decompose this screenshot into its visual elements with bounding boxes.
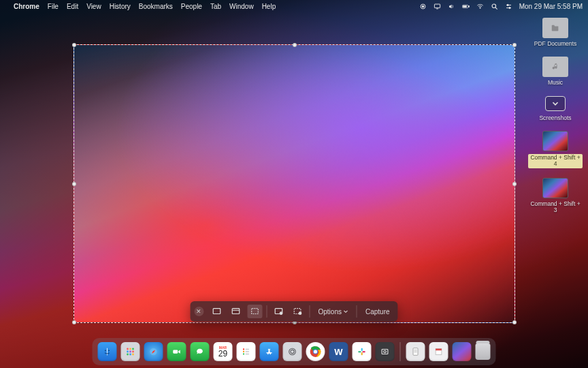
- record-icon[interactable]: [419, 3, 427, 10]
- dock-recent-image[interactable]: [453, 342, 472, 361]
- dock-app-slack[interactable]: [353, 342, 372, 361]
- folder-icon: [542, 57, 568, 77]
- menu-view[interactable]: View: [86, 3, 101, 10]
- dock-app-launchpad[interactable]: [121, 342, 140, 361]
- svg-point-40: [243, 353, 244, 354]
- resize-handle-mr[interactable]: [512, 182, 517, 186]
- control-center-icon[interactable]: [505, 3, 512, 10]
- svg-rect-36: [173, 350, 178, 353]
- menu-tab[interactable]: Tab: [210, 3, 221, 10]
- trash-icon: [476, 343, 491, 360]
- toolbar-separator: [266, 305, 267, 318]
- capture-entire-screen-button[interactable]: [209, 305, 224, 318]
- capture-window-button[interactable]: [228, 305, 243, 318]
- dock-recent-document[interactable]: [406, 342, 425, 361]
- svg-point-31: [127, 354, 129, 356]
- record-entire-screen-button[interactable]: [271, 305, 286, 318]
- svg-marker-37: [178, 350, 180, 353]
- screenshot-toolbar: ✕ Options Capture: [190, 301, 397, 322]
- svg-line-9: [495, 7, 497, 9]
- battery-icon[interactable]: [462, 3, 470, 10]
- dock-app-finder[interactable]: [98, 342, 117, 361]
- menu-people[interactable]: People: [181, 3, 202, 10]
- resize-handle-tl[interactable]: [72, 43, 76, 47]
- svg-point-48: [289, 348, 296, 355]
- file-label: Command + Shift + 4: [528, 154, 583, 168]
- svg-point-23: [105, 350, 106, 351]
- stack-label: Screenshots: [539, 115, 571, 121]
- svg-point-25: [127, 348, 129, 350]
- menu-window[interactable]: Window: [229, 3, 254, 10]
- resize-handle-bl[interactable]: [72, 320, 76, 324]
- record-selection-button[interactable]: [290, 305, 305, 318]
- dock-app-screenshot[interactable]: [376, 342, 395, 361]
- svg-rect-52: [361, 348, 363, 351]
- search-icon[interactable]: [491, 3, 498, 10]
- dock-app-facetime[interactable]: [167, 342, 186, 361]
- dock-app-word[interactable]: W: [329, 342, 348, 361]
- capture-label: Capture: [365, 308, 390, 316]
- svg-rect-6: [463, 5, 466, 7]
- svg-point-28: [127, 351, 129, 353]
- dock-app-settings[interactable]: [283, 342, 302, 361]
- stack-screenshots[interactable]: Screenshots: [528, 96, 583, 121]
- dock-app-appstore[interactable]: [260, 342, 279, 361]
- svg-rect-53: [358, 351, 361, 352]
- dock-separator: [400, 342, 401, 361]
- folder-pdf-documents[interactable]: PDF Documents: [528, 18, 583, 47]
- menubar-datetime[interactable]: Mon 29 Mar 5:58 PM: [519, 3, 583, 10]
- menu-edit[interactable]: Edit: [67, 3, 78, 10]
- svg-point-19: [280, 312, 282, 315]
- menu-file[interactable]: File: [48, 3, 59, 10]
- svg-point-1: [422, 5, 424, 7]
- svg-point-7: [479, 7, 480, 7]
- dock-app-chrome[interactable]: [306, 342, 325, 361]
- capture-selection-button[interactable]: [247, 305, 262, 318]
- chevron-down-icon: [545, 96, 566, 111]
- resize-handle-tr[interactable]: [512, 43, 517, 47]
- capture-selection[interactable]: [74, 44, 515, 323]
- display-icon[interactable]: [434, 3, 441, 10]
- svg-rect-5: [468, 5, 469, 7]
- svg-point-21: [299, 312, 301, 315]
- file-screenshot-cmd-shift-3[interactable]: Command + Shift + 3: [528, 178, 583, 214]
- capture-button[interactable]: Capture: [361, 308, 394, 316]
- dock-app-calendar[interactable]: MAR 29: [214, 342, 233, 361]
- desktop-icons: PDF Documents Music Screenshots Command …: [528, 18, 583, 213]
- menu-help[interactable]: Help: [262, 3, 276, 10]
- svg-rect-17: [252, 309, 259, 314]
- dock-recent-note[interactable]: [429, 342, 448, 361]
- folder-music[interactable]: Music: [528, 57, 583, 86]
- svg-point-26: [129, 348, 131, 350]
- options-button[interactable]: Options: [314, 308, 352, 316]
- menu-history[interactable]: History: [110, 3, 131, 10]
- close-button[interactable]: ✕: [194, 307, 203, 316]
- svg-rect-15: [232, 309, 240, 314]
- file-label: Command + Shift + 3: [528, 201, 583, 214]
- resize-handle-tm[interactable]: [293, 43, 297, 47]
- dock-app-safari[interactable]: [144, 342, 163, 361]
- svg-point-29: [129, 351, 131, 353]
- svg-point-39: [243, 351, 244, 352]
- svg-point-11: [507, 4, 508, 5]
- screenshot-thumbnail-icon: [542, 178, 568, 198]
- volume-icon[interactable]: [448, 3, 455, 10]
- svg-point-51: [314, 350, 317, 353]
- resize-handle-br[interactable]: [512, 320, 517, 324]
- toolbar-separator: [357, 305, 357, 318]
- menu-bookmarks[interactable]: Bookmarks: [139, 3, 173, 10]
- dock-trash[interactable]: [476, 343, 491, 360]
- dock-app-reminders[interactable]: [237, 342, 256, 361]
- dock-app-messages[interactable]: [191, 342, 210, 361]
- resize-handle-ml[interactable]: [72, 182, 76, 186]
- svg-point-30: [132, 351, 134, 353]
- file-screenshot-cmd-shift-4[interactable]: Command + Shift + 4: [528, 131, 583, 168]
- dock: MAR 29 W: [93, 338, 496, 365]
- folder-icon: [542, 18, 568, 38]
- app-name[interactable]: Chrome: [14, 3, 39, 10]
- folder-label: Music: [548, 80, 563, 86]
- folder-label: PDF Documents: [534, 41, 576, 47]
- wifi-icon[interactable]: [476, 3, 484, 10]
- svg-rect-56: [382, 350, 388, 354]
- svg-rect-2: [434, 4, 440, 8]
